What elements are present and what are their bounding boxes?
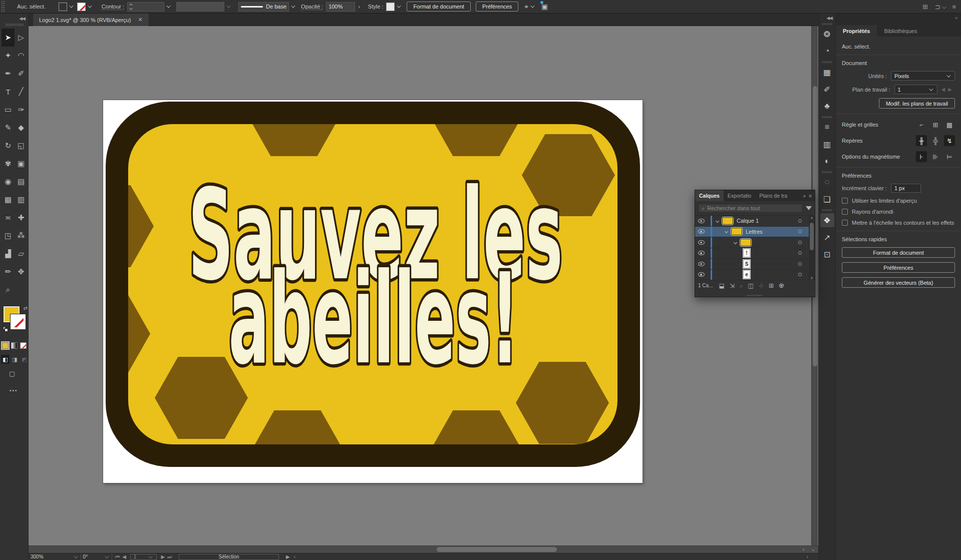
guides-icon[interactable]: ╫	[916, 135, 927, 146]
snap-to-point-icon[interactable]: ⊦	[916, 151, 927, 162]
line-tool[interactable]: ╱	[15, 83, 28, 101]
symbols-tool[interactable]: ◳	[2, 227, 15, 245]
zoom-tool[interactable]: ⌕	[2, 281, 15, 299]
layer-target-icon[interactable]	[798, 251, 802, 255]
layer-thumbnail[interactable]	[722, 217, 733, 225]
selection-tool[interactable]: ➤	[2, 29, 15, 47]
expand-chevron-icon[interactable]	[716, 219, 719, 223]
tab-exportation[interactable]: Exportatio	[724, 190, 755, 201]
hand-tool[interactable]: ✥	[15, 263, 28, 281]
layer-target-icon[interactable]	[798, 219, 802, 223]
gradient-tool[interactable]: ▥	[15, 191, 28, 209]
collect-for-export-icon[interactable]: ⬓	[719, 282, 724, 289]
dock-group-grip[interactable]	[822, 116, 832, 118]
artboard-dropdown[interactable]: 1	[894, 85, 937, 94]
preview-bounds-checkbox[interactable]	[842, 198, 848, 204]
visibility-eye-icon[interactable]	[698, 272, 705, 277]
layer-name[interactable]: Calque 1	[737, 218, 759, 224]
layers-resize-grip[interactable]	[748, 295, 763, 296]
layer-thumbnail[interactable]: !	[743, 249, 750, 257]
dock-expand-icon[interactable]: »	[955, 16, 957, 21]
magic-wand-tool[interactable]: ✦	[2, 47, 15, 65]
current-tool-indicator[interactable]: Sélection	[179, 554, 279, 560]
opacity-label[interactable]: Opacité :	[301, 4, 323, 10]
status-back-icon[interactable]: ‹	[294, 554, 295, 559]
symbols-panel-icon[interactable]: ♣	[820, 99, 834, 113]
stroke-indicator[interactable]	[11, 314, 26, 329]
scroll-right-icon[interactable]: ›	[803, 546, 804, 552]
dock-group-grip[interactable]	[822, 61, 832, 63]
visibility-eye-icon[interactable]	[698, 240, 705, 245]
layer-target-icon[interactable]	[798, 262, 802, 266]
layer-thumbnail[interactable]	[740, 239, 751, 246]
tab-bibliotheques[interactable]: Bibliothèques	[877, 25, 924, 37]
share-icon[interactable]: ⇲	[730, 282, 735, 289]
rulers-icon[interactable]: ⌐	[916, 119, 927, 130]
opacity-expand-icon[interactable]: ›	[358, 4, 360, 10]
artboard-number-field[interactable]: 1	[130, 554, 157, 560]
layers-overflow-icon[interactable]: »	[803, 193, 806, 199]
tab-calques[interactable]: Calques	[695, 190, 724, 201]
graphic-styles-panel-icon[interactable]: ❏	[820, 192, 834, 206]
pen-tool[interactable]: ✒	[2, 65, 15, 83]
scroll-down-icon[interactable]: ⌄	[811, 546, 815, 552]
make-mask-icon[interactable]: ◫	[748, 282, 754, 289]
opacity-field[interactable]: 100%	[326, 2, 355, 12]
swatches-panel-icon[interactable]: ▦	[820, 65, 834, 79]
first-artboard-icon[interactable]: ⏮	[115, 554, 120, 560]
layer-row[interactable]: Calque 1	[695, 216, 815, 227]
locate-object-icon[interactable]: ⌕	[740, 282, 743, 289]
quick-preferences-button[interactable]: Préférences	[842, 262, 955, 273]
expand-chevron-icon[interactable]	[734, 241, 737, 244]
rectangle-tool[interactable]: ▭	[2, 101, 15, 119]
direct-selection-tool[interactable]: ▷	[15, 29, 28, 47]
snap-options-icon[interactable]: ⌖	[524, 3, 528, 11]
layers-panel-icon[interactable]: ❖	[820, 213, 834, 227]
visibility-eye-icon[interactable]	[698, 251, 705, 255]
color-panel-icon[interactable]: ❂	[820, 27, 834, 41]
horizontal-scrollbar[interactable]: › ⌄	[29, 545, 818, 553]
close-document-icon[interactable]: ✕	[138, 17, 142, 23]
preferences-button[interactable]: Préférences	[476, 2, 518, 12]
width-tool[interactable]: ✾	[2, 155, 15, 173]
curvature-tool[interactable]: ✐	[15, 65, 28, 83]
filter-icon[interactable]	[806, 206, 812, 210]
edit-artboards-button[interactable]: Modif. les plans de travail	[879, 98, 955, 109]
color-button[interactable]	[2, 342, 9, 349]
style-chevron-icon[interactable]	[397, 4, 401, 8]
tab-proprietes[interactable]: Propriétés	[836, 25, 877, 37]
layer-target-icon[interactable]	[798, 273, 802, 276]
grid-icon[interactable]: ⊞	[930, 119, 941, 130]
brush-definition-dropdown[interactable]: De base	[238, 2, 289, 12]
artboard-tool[interactable]: ▱	[15, 245, 28, 263]
last-artboard-icon[interactable]: ⏭	[167, 554, 172, 560]
default-fill-stroke-icon[interactable]	[3, 326, 9, 332]
layer-row[interactable]: e	[695, 270, 815, 280]
collapse-tools-icon[interactable]: ◀◀	[19, 16, 25, 21]
visibility-eye-icon[interactable]	[698, 262, 705, 266]
dock-group-grip[interactable]	[822, 171, 832, 173]
edit-toolbar-icon[interactable]: •••	[10, 388, 18, 393]
layer-row[interactable]	[695, 237, 815, 248]
zoom-level-field[interactable]: 300%	[29, 553, 81, 560]
graph-tool[interactable]: ▟	[2, 245, 15, 263]
tab-plans-de-travail[interactable]: Plans de tra	[755, 190, 791, 201]
eyedropper-tool[interactable]: ✚	[15, 209, 28, 227]
stroke-weight-chevron-icon[interactable]	[166, 4, 170, 8]
stroke-weight-field[interactable]	[127, 2, 164, 12]
fill-chevron-icon[interactable]	[69, 4, 73, 8]
checkbox-row[interactable]: Mettre à l'échelle les contours et les e…	[842, 220, 955, 226]
draw-behind-mode[interactable]: ◨	[11, 355, 19, 364]
eraser-tool[interactable]: ◆	[15, 119, 28, 137]
layer-name[interactable]: Lettres	[746, 229, 763, 235]
rotation-field[interactable]: 0°	[81, 553, 113, 560]
units-dropdown[interactable]: Pixels	[891, 71, 955, 81]
document-tab[interactable]: Logo2 1.svg* @ 300 % (RVB/Aperçu) ✕	[33, 14, 149, 26]
rotate-tool[interactable]: ↻	[2, 137, 15, 155]
shape-builder-tool[interactable]: ◉	[2, 173, 15, 191]
layer-thumbnail[interactable]	[731, 228, 742, 235]
corner-radius-checkbox[interactable]	[842, 209, 848, 215]
artboard[interactable]: Sauvez les abeilles!	[103, 100, 643, 483]
smart-guides-icon[interactable]: ↯	[944, 135, 955, 146]
expand-chevron-icon[interactable]	[725, 230, 728, 233]
